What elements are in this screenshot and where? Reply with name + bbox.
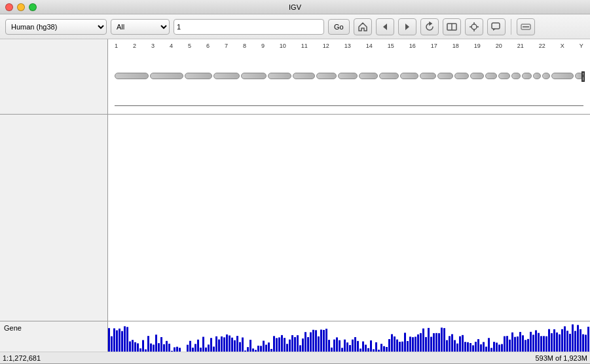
chr-label-6: 6 <box>206 43 210 49</box>
chr-bar-22 <box>542 73 550 79</box>
statusbar: 1:1,272,681 593M of 1,923M <box>0 352 590 363</box>
back-button[interactable] <box>376 18 394 35</box>
chr-label-13: 13 <box>344 43 351 49</box>
chr-bar-14 <box>437 73 453 79</box>
chr-label-19: 19 <box>474 43 481 49</box>
chr-label-11: 11 <box>301 43 308 49</box>
zoom-out-button[interactable] <box>517 18 535 35</box>
toolbar-separator <box>511 19 511 35</box>
ideogram-row: 12345678910111213141516171819202122XY <box>0 39 590 115</box>
chr-label-21: 21 <box>517 43 524 49</box>
chr-bar-16 <box>470 73 483 79</box>
status-right: 593M of 1,923M <box>536 354 588 362</box>
status-left: 1:1,272,681 <box>3 354 41 362</box>
chromosome-select[interactable]: All <box>111 19 170 35</box>
go-button[interactable]: Go <box>328 19 350 35</box>
ruler-baseline <box>115 105 583 106</box>
minimize-button[interactable] <box>17 3 25 11</box>
svg-marker-0 <box>383 24 387 30</box>
ideogram-canvas[interactable]: 12345678910111213141516171819202122XY <box>108 39 590 114</box>
chr-label-12: 12 <box>323 43 329 49</box>
crosshair-button[interactable] <box>465 18 483 35</box>
maximize-button[interactable] <box>29 3 37 11</box>
chr-label-10: 10 <box>280 43 286 49</box>
chr-label-X: X <box>561 43 564 49</box>
chr-bar-1 <box>115 73 149 79</box>
tracks-canvas[interactable] <box>108 115 590 321</box>
chr-bar-2 <box>150 73 183 79</box>
speech-button[interactable] <box>487 18 506 35</box>
chr-bar-7 <box>293 73 315 79</box>
chr-label-17: 17 <box>431 43 437 49</box>
chr-label-15: 15 <box>388 43 394 49</box>
chr-label-14: 14 <box>366 43 373 49</box>
chr-bar-3 <box>185 73 212 79</box>
chr-bar-13 <box>420 73 436 79</box>
chr-bar-4 <box>213 73 240 79</box>
chr-bar-17 <box>485 73 498 79</box>
chr-label-16: 16 <box>409 43 416 49</box>
app-title: IGV <box>289 3 301 11</box>
panel-button[interactable] <box>443 18 461 35</box>
chr-label-5: 5 <box>188 43 191 49</box>
chr-bar-12 <box>400 73 419 79</box>
chr-label-1: 1 <box>115 43 118 49</box>
gene-row: Gene 1:1,272,681 593M of 1,923M <box>0 321 590 364</box>
gene-label: Gene <box>4 324 22 332</box>
ideogram-selection <box>581 71 585 82</box>
chr-label-9: 9 <box>261 43 265 49</box>
chr-bar-19 <box>511 73 521 79</box>
forward-button[interactable] <box>398 18 416 35</box>
toolbar: Human (hg38) All Go <box>0 14 590 39</box>
chr-label-2: 2 <box>133 43 136 49</box>
chr-bar-18 <box>498 73 510 79</box>
chr-bar-X <box>551 73 574 79</box>
chr-bar-15 <box>454 73 470 79</box>
chr-bar-20 <box>522 73 532 79</box>
ideogram-label-col <box>0 39 108 114</box>
main-content: 12345678910111213141516171819202122XY Ge… <box>0 39 590 364</box>
home-button[interactable] <box>354 18 372 35</box>
chr-bar-8 <box>316 73 337 79</box>
chr-bar-10 <box>359 73 378 79</box>
chr-label-18: 18 <box>452 43 459 49</box>
genome-select[interactable]: Human (hg38) <box>5 19 107 35</box>
chr-bar-9 <box>338 73 358 79</box>
chr-label-22: 22 <box>539 43 545 49</box>
close-button[interactable] <box>5 3 13 11</box>
tracks-label-col <box>0 115 108 321</box>
chr-label-Y: Y <box>580 43 583 49</box>
chr-bar-11 <box>379 73 398 79</box>
chr-bar-6 <box>268 73 291 79</box>
tracks-row <box>0 115 590 321</box>
chromosome-numbers: 12345678910111213141516171819202122XY <box>115 43 583 49</box>
chr-bar-5 <box>241 73 266 79</box>
chr-label-8: 8 <box>243 43 246 49</box>
chr-bar-21 <box>533 73 540 79</box>
chr-label-7: 7 <box>225 43 228 49</box>
refresh-button[interactable] <box>420 18 439 35</box>
svg-marker-1 <box>405 24 409 30</box>
svg-point-5 <box>471 24 477 29</box>
locus-input[interactable] <box>174 19 324 35</box>
svg-marker-2 <box>430 22 432 25</box>
svg-rect-10 <box>492 23 500 29</box>
chr-label-3: 3 <box>151 43 155 49</box>
titlebar: IGV <box>0 0 590 14</box>
chr-label-20: 20 <box>496 43 502 49</box>
window-controls <box>5 3 37 11</box>
chr-label-4: 4 <box>170 43 173 49</box>
